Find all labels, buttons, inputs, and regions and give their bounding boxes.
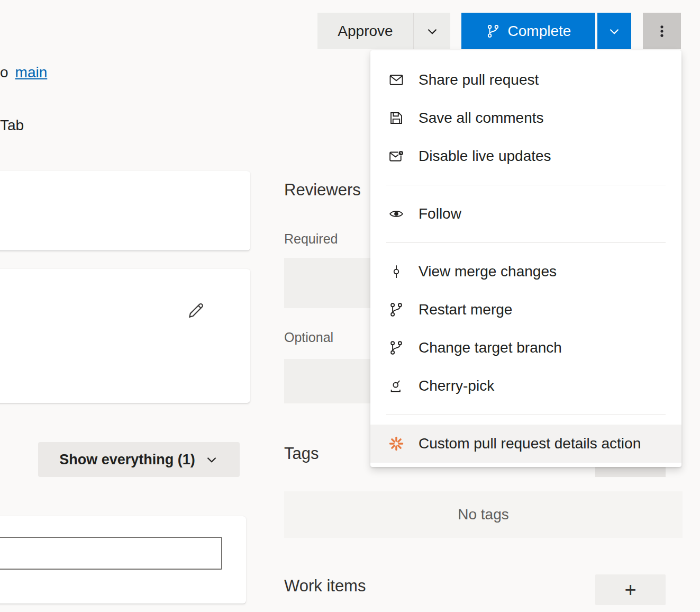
menu-item-disable-live-updates[interactable]: Disable live updates [370,137,681,175]
save-icon [388,110,405,127]
show-everything-filter-button[interactable]: Show everything (1) [38,442,240,477]
plus-icon: + [624,580,636,600]
menu-item-view-merge-changes[interactable]: View merge changes [370,253,681,291]
mail-icon [388,71,405,88]
pull-request-details-page: Approve Complete omain Tab Show everythi… [0,0,700,612]
menu-item-label: Share pull request [419,71,539,88]
more-options-context-menu: Share pull request Save all comments Dis… [370,50,681,467]
work-items-heading: Work items [284,577,366,596]
no-tags-zero-state: No tags [284,491,683,538]
menu-item-label: View merge changes [419,263,557,280]
menu-item-label: Save all comments [419,110,544,127]
menu-item-save-all-comments[interactable]: Save all comments [370,99,681,137]
menu-item-label: Follow [419,205,461,222]
breadcrumb: omain [0,64,47,81]
optional-reviewers-label: Optional [284,330,333,345]
chevron-down-icon [607,24,621,38]
tags-heading: Tags [284,444,319,463]
menu-item-share-pull-request[interactable]: Share pull request [370,61,681,99]
more-options-icon [654,24,669,39]
menu-item-label: Custom pull request details action [419,435,641,452]
menu-item-custom-pull-request-details-action[interactable]: Custom pull request details action [370,425,681,463]
approve-button[interactable]: Approve [317,13,413,49]
menu-item-label: Cherry-pick [419,377,494,394]
required-reviewers-label: Required [284,231,338,247]
menu-item-restart-merge[interactable]: Restart merge [370,291,681,329]
complete-button-label: Complete [508,23,571,40]
follow-eye-icon [388,205,405,222]
breadcrumb-prefix: o [0,64,8,80]
mail-live-updates-icon [388,148,405,165]
chevron-down-icon [205,453,219,466]
menu-item-cherry-pick[interactable]: Cherry-pick [370,367,681,405]
no-tags-text: No tags [458,506,509,523]
menu-item-label: Change target branch [419,339,562,356]
menu-item-change-target-branch[interactable]: Change target branch [370,329,681,367]
cherry-pick-icon [388,377,405,394]
branch-icon [388,339,405,356]
description-card [0,269,250,403]
tab-label: Tab [0,117,24,134]
complete-dropdown-button[interactable] [596,13,631,49]
complete-button[interactable]: Complete [461,13,595,49]
menu-item-follow[interactable]: Follow [370,195,681,233]
menu-divider [386,415,666,415]
add-work-item-button[interactable]: + [595,574,666,605]
edit-description-button[interactable] [184,300,207,323]
approve-dropdown-button[interactable] [413,13,450,49]
commit-icon [388,263,405,280]
target-branch-link[interactable]: main [15,64,48,80]
comment-input[interactable] [0,537,222,570]
more-options-button[interactable] [643,13,681,49]
branch-icon [486,24,501,39]
pencil-icon [185,300,206,321]
menu-divider [386,185,666,185]
branch-icon [388,301,405,318]
menu-item-label: Disable live updates [419,148,551,165]
status-card [0,171,250,250]
show-everything-label: Show everything (1) [59,452,195,468]
menu-item-label: Restart merge [419,301,512,318]
reviewers-heading: Reviewers [284,181,361,200]
menu-divider [386,242,666,243]
chevron-down-icon [425,24,439,38]
custom-action-icon [388,435,405,452]
